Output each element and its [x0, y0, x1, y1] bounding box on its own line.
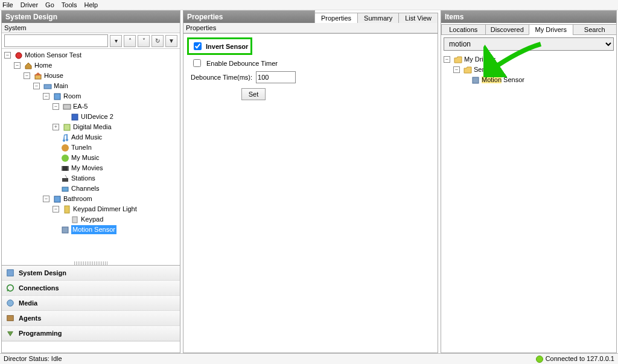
mymusic-icon: [61, 154, 69, 162]
status-bar: Director Status: Idle Connected to 127.0…: [0, 353, 618, 364]
tree-room[interactable]: Room: [63, 92, 81, 101]
nav-connections[interactable]: Connections: [2, 281, 180, 296]
dropdown-button[interactable]: ▾: [110, 35, 122, 47]
items-title: Items: [441, 11, 616, 23]
collapse-icon[interactable]: −: [4, 52, 11, 59]
menu-file[interactable]: File: [2, 1, 13, 8]
debounce-time-label: Debounce Time(ms):: [191, 74, 252, 81]
tab-mydrivers[interactable]: My Drivers: [529, 24, 573, 35]
tree-tunein[interactable]: TuneIn: [71, 143, 92, 152]
tree-mymusic[interactable]: My Music: [71, 153, 99, 162]
folder-icon: [454, 56, 462, 64]
tree-motionsensor[interactable]: Motion Sensor: [71, 225, 116, 234]
tree-ea5[interactable]: EA-5: [73, 102, 88, 111]
tab-summary[interactable]: Summary: [357, 13, 399, 23]
down-button[interactable]: ˅: [138, 35, 150, 47]
tree-digitalmedia[interactable]: Digital Media: [73, 123, 112, 132]
drivers-tree[interactable]: −My Drivers −Sensors Motion Sensor: [441, 53, 616, 353]
folder-icon: [464, 66, 472, 74]
svg-rect-11: [68, 166, 69, 171]
svg-point-20: [7, 300, 14, 307]
svg-rect-13: [62, 187, 68, 191]
tree-main[interactable]: Main: [54, 81, 68, 91]
svg-rect-14: [54, 196, 60, 202]
tree-search-input[interactable]: [4, 34, 108, 47]
nav-list: System Design Connections Media Agents P…: [2, 265, 180, 353]
tab-discovered[interactable]: Discovered: [485, 24, 530, 35]
agents-icon: [5, 313, 15, 323]
drivers-root[interactable]: My Drivers: [464, 55, 496, 64]
collapse-icon[interactable]: −: [53, 103, 59, 110]
collapse-icon[interactable]: −: [453, 66, 460, 73]
tree-keypaddimmer[interactable]: Keypad Dimmer Light: [73, 205, 137, 214]
left-toolbar: ▾ ˄ ˅ ↻ ▼: [2, 33, 180, 49]
expand-icon[interactable]: +: [53, 124, 59, 130]
debounce-enable-checkbox[interactable]: [193, 59, 201, 67]
music-icon: [61, 133, 69, 142]
collapse-icon[interactable]: −: [14, 62, 21, 69]
collapse-icon[interactable]: −: [43, 196, 49, 202]
debounce-time-input[interactable]: [256, 71, 296, 83]
connected-icon: [536, 356, 543, 363]
channels-icon: [61, 185, 69, 193]
collapse-icon[interactable]: −: [53, 206, 59, 212]
properties-body: Invert Sensor Enable Debounce Timer Debo…: [183, 33, 438, 353]
room-icon: [53, 92, 62, 101]
menu-tools[interactable]: Tools: [62, 1, 77, 8]
tab-locations[interactable]: Locations: [441, 24, 486, 35]
tab-search[interactable]: Search: [573, 24, 617, 35]
collapse-icon[interactable]: −: [24, 72, 30, 79]
invert-sensor-highlight: Invert Sensor: [187, 37, 252, 55]
set-button[interactable]: Set: [241, 88, 266, 100]
device-icon: [71, 113, 79, 121]
tree-addmusic[interactable]: Add Music: [71, 133, 102, 142]
items-tabs: Locations Discovered My Drivers Search: [441, 24, 616, 35]
properties-subheader: Properties: [183, 23, 438, 33]
director-status: Director Status: Idle: [4, 355, 62, 363]
tab-properties[interactable]: Properties: [314, 13, 358, 23]
svg-rect-2: [44, 85, 51, 89]
svg-rect-10: [62, 166, 63, 171]
floor-icon: [43, 82, 52, 91]
properties-title: Properties: [183, 10, 315, 23]
menu-go[interactable]: Go: [45, 1, 54, 8]
tree-home[interactable]: Home: [34, 61, 52, 70]
driver-search-select[interactable]: motion: [444, 37, 614, 51]
tab-listview[interactable]: List View: [398, 13, 438, 23]
project-tree[interactable]: −Motion Sensor Test −Home −House −Main −…: [2, 49, 180, 261]
connection-status: Connected to 127.0.0.1: [536, 355, 614, 363]
nav-media[interactable]: Media: [2, 296, 180, 311]
tree-keypad[interactable]: Keypad: [81, 215, 103, 224]
invert-sensor-checkbox[interactable]: [194, 42, 202, 50]
collapse-icon[interactable]: −: [33, 83, 40, 89]
svg-rect-5: [72, 114, 78, 120]
collapse-icon[interactable]: −: [43, 93, 49, 100]
room-icon: [53, 195, 62, 203]
tree-root[interactable]: Motion Sensor Test: [25, 51, 81, 60]
tree-uidevice[interactable]: UIDevice 2: [81, 112, 113, 121]
controller-icon: [63, 103, 71, 111]
house-icon: [34, 72, 42, 80]
drivers-motionsensor[interactable]: Motion Sensor: [482, 75, 524, 85]
up-button[interactable]: ˄: [124, 35, 136, 47]
refresh-button[interactable]: ↻: [151, 35, 164, 47]
nav-system-design[interactable]: System Design: [2, 266, 180, 281]
svg-rect-22: [473, 77, 479, 83]
nav-programming[interactable]: Programming: [2, 326, 180, 341]
tree-stations[interactable]: Stations: [71, 174, 95, 183]
drivers-sensors[interactable]: Sensors: [474, 65, 498, 74]
tree-mymovies[interactable]: My Movies: [71, 164, 103, 173]
filter-button[interactable]: ▼: [165, 35, 177, 47]
svg-rect-17: [62, 227, 68, 233]
nav-agents[interactable]: Agents: [2, 311, 180, 326]
menu-driver[interactable]: Driver: [21, 1, 38, 8]
tree-channels[interactable]: Channels: [71, 184, 99, 193]
keypad-icon: [63, 205, 71, 214]
collapse-icon[interactable]: −: [444, 56, 450, 63]
svg-rect-4: [63, 104, 71, 109]
menu-help[interactable]: Help: [84, 1, 98, 8]
tree-house[interactable]: House: [44, 71, 63, 80]
svg-point-7: [62, 144, 69, 152]
sensor-icon: [471, 76, 480, 85]
tree-bathroom[interactable]: Bathroom: [63, 194, 92, 203]
